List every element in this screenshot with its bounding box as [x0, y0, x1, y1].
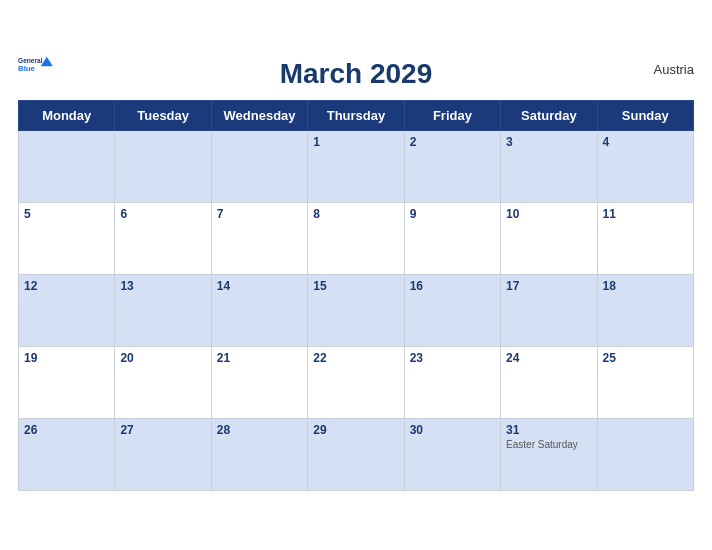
day-number: 6: [120, 207, 205, 221]
day-cell: 2: [404, 130, 500, 202]
day-number: 27: [120, 423, 205, 437]
day-cell: 11: [597, 202, 693, 274]
day-number: 23: [410, 351, 495, 365]
day-number: 3: [506, 135, 591, 149]
day-number: 2: [410, 135, 495, 149]
week-row-4: 19202122232425: [19, 346, 694, 418]
day-number: 30: [410, 423, 495, 437]
day-cell: 29: [308, 418, 404, 490]
week-row-1: 1234: [19, 130, 694, 202]
day-number: 18: [603, 279, 688, 293]
day-cell: [19, 130, 115, 202]
day-number: 10: [506, 207, 591, 221]
day-cell: 19: [19, 346, 115, 418]
day-number: 13: [120, 279, 205, 293]
day-cell: 4: [597, 130, 693, 202]
brand-logo-area: General Blue: [18, 54, 54, 78]
day-number: 21: [217, 351, 302, 365]
day-number: 28: [217, 423, 302, 437]
day-number: 11: [603, 207, 688, 221]
week-row-2: 567891011: [19, 202, 694, 274]
day-number: 7: [217, 207, 302, 221]
day-number: 22: [313, 351, 398, 365]
day-number: 20: [120, 351, 205, 365]
event-label: Easter Saturday: [506, 439, 591, 450]
day-number: 12: [24, 279, 109, 293]
day-number: 25: [603, 351, 688, 365]
day-cell: 10: [501, 202, 597, 274]
calendar-grid: Monday Tuesday Wednesday Thursday Friday…: [18, 100, 694, 491]
day-cell: 3: [501, 130, 597, 202]
day-cell: 13: [115, 274, 211, 346]
day-cell: 23: [404, 346, 500, 418]
day-cell: 30: [404, 418, 500, 490]
col-thursday: Thursday: [308, 100, 404, 130]
day-number: 15: [313, 279, 398, 293]
day-number: 29: [313, 423, 398, 437]
country-label: Austria: [654, 62, 694, 77]
col-tuesday: Tuesday: [115, 100, 211, 130]
col-wednesday: Wednesday: [211, 100, 307, 130]
day-number: 16: [410, 279, 495, 293]
day-cell: 31Easter Saturday: [501, 418, 597, 490]
svg-text:Blue: Blue: [18, 64, 36, 73]
day-cell: 21: [211, 346, 307, 418]
day-number: 8: [313, 207, 398, 221]
day-cell: 18: [597, 274, 693, 346]
day-cell: 22: [308, 346, 404, 418]
day-cell: 5: [19, 202, 115, 274]
day-cell: 9: [404, 202, 500, 274]
col-sunday: Sunday: [597, 100, 693, 130]
day-number: 4: [603, 135, 688, 149]
day-cell: 26: [19, 418, 115, 490]
day-cell: 1: [308, 130, 404, 202]
calendar-wrapper: General Blue March 2029 Austria Monday T…: [0, 42, 712, 509]
day-cell: [597, 418, 693, 490]
day-cell: 28: [211, 418, 307, 490]
day-cell: 16: [404, 274, 500, 346]
day-number: 5: [24, 207, 109, 221]
col-saturday: Saturday: [501, 100, 597, 130]
day-cell: 17: [501, 274, 597, 346]
col-friday: Friday: [404, 100, 500, 130]
week-row-5: 262728293031Easter Saturday: [19, 418, 694, 490]
day-number: 14: [217, 279, 302, 293]
day-number: 9: [410, 207, 495, 221]
day-cell: 7: [211, 202, 307, 274]
day-cell: [115, 130, 211, 202]
day-cell: [211, 130, 307, 202]
day-number: 26: [24, 423, 109, 437]
day-number: 24: [506, 351, 591, 365]
svg-text:General: General: [18, 57, 43, 64]
day-cell: 6: [115, 202, 211, 274]
col-monday: Monday: [19, 100, 115, 130]
day-cell: 12: [19, 274, 115, 346]
day-cell: 14: [211, 274, 307, 346]
svg-marker-2: [41, 56, 53, 66]
day-number: 31: [506, 423, 591, 437]
day-cell: 27: [115, 418, 211, 490]
day-number: 1: [313, 135, 398, 149]
calendar-title: March 2029: [18, 58, 694, 90]
day-cell: 8: [308, 202, 404, 274]
header-row: Monday Tuesday Wednesday Thursday Friday…: [19, 100, 694, 130]
day-cell: 15: [308, 274, 404, 346]
week-row-3: 12131415161718: [19, 274, 694, 346]
day-number: 17: [506, 279, 591, 293]
day-cell: 20: [115, 346, 211, 418]
day-cell: 25: [597, 346, 693, 418]
calendar-header: General Blue March 2029 Austria: [18, 52, 694, 94]
day-number: 19: [24, 351, 109, 365]
day-cell: 24: [501, 346, 597, 418]
